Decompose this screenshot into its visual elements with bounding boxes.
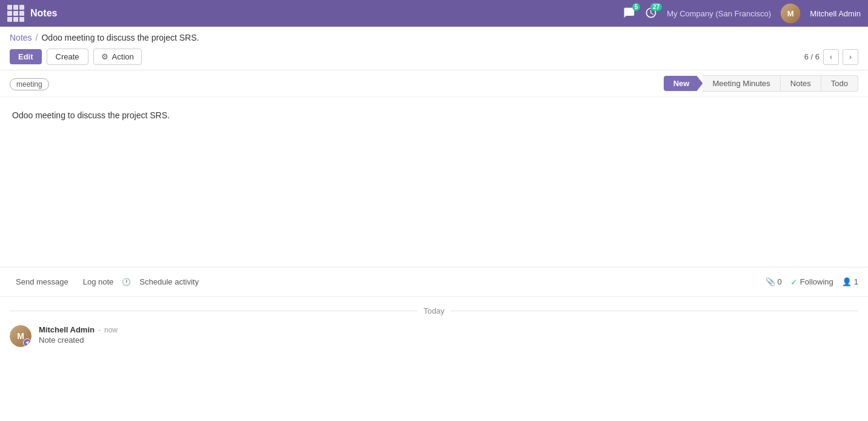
- edit-button[interactable]: Edit: [10, 49, 42, 64]
- followers-count: 1: [854, 277, 858, 286]
- stage-todo[interactable]: Todo: [821, 75, 858, 92]
- chatter-toolbar: Send message Log note 🕐 Schedule activit…: [0, 268, 868, 297]
- attachments-stat[interactable]: 📎 0: [766, 277, 782, 286]
- chatter-actions: Send message Log note 🕐 Schedule activit…: [10, 275, 205, 289]
- stage-notes[interactable]: Notes: [781, 75, 821, 92]
- breadcrumb: Notes / Odoo meeting to discuss the proj…: [0, 27, 868, 46]
- status-bar: meeting New Meeting Minutes Notes Todo: [0, 70, 868, 97]
- notification-badge: 5: [632, 3, 641, 11]
- message-author: Mitchell Admin: [39, 325, 95, 334]
- message-time: now: [104, 326, 118, 334]
- company-name[interactable]: My Company (San Francisco): [667, 9, 771, 18]
- plane-icon: [25, 340, 30, 345]
- note-content: Odoo meeting to discuss the project SRS.: [12, 109, 856, 122]
- user-name[interactable]: Mitchell Admin: [810, 9, 861, 18]
- create-button[interactable]: Create: [47, 49, 88, 65]
- chatter-content: Today M Mitchell Admin - now Note create…: [0, 306, 868, 359]
- following-button[interactable]: ✓ Following: [790, 277, 833, 287]
- chatter-right: 📎 0 ✓ Following 👤 1: [766, 277, 858, 287]
- chatter-message: M Mitchell Admin - now Note created: [10, 325, 858, 347]
- message-time-sep: -: [98, 326, 101, 334]
- avatar-badge-icon: [23, 338, 32, 347]
- stage-meeting-minutes[interactable]: Meeting Minutes: [703, 75, 780, 92]
- date-label: Today: [424, 306, 445, 315]
- app-menu-icon[interactable]: [7, 5, 24, 22]
- message-text: Note created: [39, 335, 118, 345]
- pagination-text: 6 / 6: [804, 52, 820, 61]
- app-title: Notes: [30, 8, 57, 19]
- tag-meeting[interactable]: meeting: [10, 79, 49, 89]
- following-label: Following: [800, 277, 833, 286]
- breadcrumb-separator: /: [36, 33, 38, 42]
- log-note-button[interactable]: Log note: [77, 275, 120, 289]
- message-header: Mitchell Admin - now: [39, 325, 118, 334]
- stage-flow: New Meeting Minutes Notes Todo: [664, 75, 858, 92]
- message-body: Mitchell Admin - now Note created: [39, 325, 118, 345]
- activity-badge: 27: [650, 3, 662, 11]
- next-button[interactable]: ›: [843, 49, 858, 65]
- content-area: Odoo meeting to discuss the project SRS.: [0, 97, 868, 267]
- attachments-count: 0: [778, 277, 782, 286]
- action-label: Action: [112, 52, 134, 61]
- followers-stat[interactable]: 👤 1: [842, 277, 858, 286]
- paperclip-icon: 📎: [766, 277, 775, 286]
- gear-icon: ⚙: [101, 52, 109, 61]
- messaging-icon-wrapper[interactable]: 5: [623, 7, 635, 21]
- message-avatar: M: [10, 325, 32, 347]
- note-text-content: Odoo meeting to discuss the project SRS.: [12, 110, 170, 120]
- meeting-tag[interactable]: meeting: [10, 78, 49, 90]
- topbar-left: Notes: [7, 5, 57, 22]
- check-icon: ✓: [790, 277, 798, 287]
- topbar: Notes 5 27 My Company (San Francisco) M …: [0, 0, 868, 27]
- schedule-activity-button[interactable]: Schedule activity: [133, 275, 205, 289]
- breadcrumb-parent[interactable]: Notes: [10, 33, 32, 42]
- activity-icon-wrapper[interactable]: 27: [645, 7, 657, 21]
- action-button[interactable]: ⚙ Action: [93, 49, 142, 65]
- stage-new[interactable]: New: [664, 76, 703, 91]
- user-avatar[interactable]: M: [781, 4, 800, 23]
- topbar-right: 5 27 My Company (San Francisco) M Mitche…: [623, 4, 861, 23]
- clock-small-icon: 🕐: [122, 278, 131, 286]
- pagination: 6 / 6 ‹ ›: [804, 49, 858, 65]
- send-message-button[interactable]: Send message: [10, 275, 75, 289]
- toolbar: Edit Create ⚙ Action 6 / 6 ‹ ›: [0, 46, 868, 70]
- date-divider: Today: [10, 306, 858, 315]
- prev-button[interactable]: ‹: [823, 49, 839, 65]
- breadcrumb-current: Odoo meeting to discuss the project SRS.: [41, 33, 199, 42]
- person-icon: 👤: [842, 277, 852, 286]
